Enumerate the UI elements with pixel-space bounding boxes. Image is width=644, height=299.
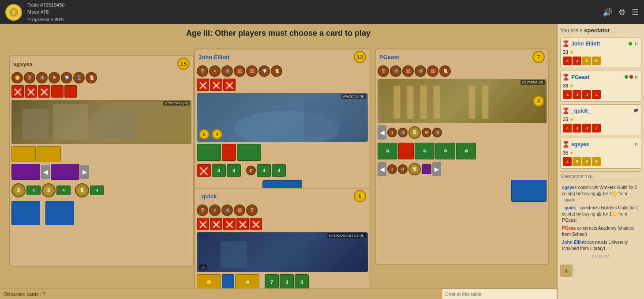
pgeast-action[interactable] bbox=[511, 180, 547, 202]
score-1: 4 bbox=[26, 185, 41, 195]
pgeast-nav-left2[interactable]: ◀ bbox=[378, 162, 386, 176]
sgsyes-mc-2: ⚙ bbox=[573, 157, 581, 166]
chat-input[interactable] bbox=[442, 291, 557, 297]
sgsyes-header: sgsyes 15 bbox=[10, 56, 193, 71]
res-5: 🧱 bbox=[246, 65, 258, 77]
sidebar-player-quick: _quick_ 🏴 35 ★ -1 -1 -1 -1 bbox=[560, 104, 641, 135]
qres-1: 🪵 bbox=[197, 204, 208, 216]
pcard-p-1 bbox=[422, 164, 431, 174]
pgeast-nav-left[interactable]: ◀ bbox=[378, 125, 386, 140]
sgsyes-coins: 15 bbox=[177, 57, 190, 70]
svg-rect-8 bbox=[304, 98, 340, 137]
john-header: John Elliott 12 bbox=[195, 49, 370, 64]
quick-wonder-img: HALIKARNASSOS (B) 50 bbox=[197, 232, 368, 272]
header-info: Table #79519450 Move #78 Progression 80% bbox=[27, 1, 64, 23]
pgeast-mc-1: -1 bbox=[563, 90, 572, 99]
hourglass-icon bbox=[563, 40, 569, 48]
sidebar-player-pgeast: PGeast 🏳 33 ★ -1 -1 -1 -1 bbox=[560, 71, 641, 102]
svg-text:+: + bbox=[564, 267, 569, 276]
pgeast-wonder-name: OLYMPIA (B) bbox=[520, 80, 545, 85]
nav-left[interactable]: ◀ bbox=[41, 165, 50, 179]
menu-icon[interactable]: ☰ bbox=[632, 8, 639, 17]
sgsyes-resources: 🪙 🪵 🪨 ⚙ 💎 🧵 📜 bbox=[10, 71, 193, 84]
john-wonder-img: RHODOS (B) 6 4 bbox=[197, 93, 368, 142]
spectators-row: Spectators: txu bbox=[560, 174, 641, 179]
sgsyes-stage-row: ◀ ▶ bbox=[10, 163, 193, 181]
pgeast-score-badge: 4 bbox=[533, 95, 544, 107]
quick-mc-2: -1 bbox=[573, 124, 581, 132]
res-2: ⚔ bbox=[209, 65, 221, 77]
svg-text:7: 7 bbox=[12, 9, 15, 16]
jcard-3 bbox=[223, 79, 236, 91]
jcard-1 bbox=[197, 79, 209, 91]
stage-coin-1: 6 bbox=[199, 129, 210, 140]
quick-mini-cards: -1 -1 -1 -1 bbox=[563, 124, 639, 132]
qcard-y-1: 🪙 bbox=[197, 274, 221, 290]
settings-icon[interactable]: ⚙ bbox=[618, 8, 625, 17]
john-mc-3: ⚙ bbox=[582, 57, 591, 65]
chat-user-4: John Elliott bbox=[562, 240, 586, 245]
john-online bbox=[629, 42, 632, 45]
chat-user-1: sgsyes bbox=[562, 185, 577, 190]
resource-papyrus: 📜 bbox=[86, 72, 97, 83]
chat-user-3: PGeas bbox=[562, 226, 576, 231]
sgsyes-wonder: EPHESOS (B) bbox=[11, 100, 191, 144]
qcard-2 bbox=[210, 218, 222, 230]
quick-name: _quick_ bbox=[198, 193, 220, 200]
action-1[interactable] bbox=[11, 201, 40, 225]
bottom-bar: Discarded cards : 7 bbox=[0, 288, 442, 299]
qcard-3 bbox=[223, 218, 236, 230]
resource-cloth: 🧵 bbox=[73, 72, 85, 83]
svg-rect-5 bbox=[93, 113, 137, 140]
sgsyes-wonder-name: EPHESOS (B) bbox=[163, 101, 190, 106]
res-3: 🪨 bbox=[221, 65, 233, 77]
pgeast-dot-green bbox=[625, 75, 628, 79]
q-score-3: 3 bbox=[295, 274, 309, 290]
j-res-extra: ⚙ bbox=[246, 166, 256, 175]
sound-icon[interactable]: 🔊 bbox=[603, 8, 612, 17]
res-4: 🧱 bbox=[234, 65, 245, 77]
quick-mc-3: -1 bbox=[582, 124, 591, 132]
resource-glass: 💎 bbox=[61, 72, 72, 83]
spacer bbox=[260, 274, 264, 290]
qcard-1 bbox=[197, 218, 209, 230]
pres-3: 🧱 bbox=[402, 65, 414, 77]
action-2[interactable] bbox=[45, 201, 74, 225]
chat-log: sgsyes constructs Workers Guild for 2 co… bbox=[560, 183, 641, 261]
qcard-4 bbox=[236, 218, 249, 230]
j-score-1: 3 bbox=[212, 164, 226, 177]
svg-rect-10 bbox=[221, 241, 247, 268]
chat-input-area[interactable] bbox=[442, 288, 557, 299]
p-res-1: 🪨 bbox=[398, 128, 408, 137]
sidebar-sgsyes-header: sgsyes 🏳 bbox=[563, 140, 639, 148]
res-6: 💎 bbox=[258, 65, 270, 77]
sidebar-player-john: John Elliott 🏳 33 ★ -1 -1 ⚙ ⚙ bbox=[560, 37, 641, 68]
qres-2: ⚔ bbox=[209, 204, 221, 216]
q-score-1: 7 bbox=[265, 274, 279, 290]
sgsyes-cards-1 bbox=[10, 84, 193, 98]
pres-6: 📜 bbox=[439, 65, 451, 77]
sidebar-john-header: John Elliott 🏳 bbox=[563, 40, 639, 48]
j-score-2: 3 bbox=[227, 164, 241, 177]
j-score-3: 4 bbox=[257, 164, 271, 177]
jcard-r-1 bbox=[222, 144, 236, 161]
sgsyes-tokens: 2 4 3 4 5 4 bbox=[10, 182, 193, 198]
nav-right[interactable]: ▶ bbox=[80, 165, 89, 179]
sgsyes-mc-3: ⚙ bbox=[582, 157, 591, 166]
sidebar-john-name: John Elliott bbox=[571, 41, 600, 47]
progression: Progression 80% bbox=[27, 16, 64, 23]
svg-rect-18 bbox=[482, 86, 489, 119]
header-bar: 7 Table #79519450 Move #78 Progression 8… bbox=[0, 0, 644, 24]
svg-rect-15 bbox=[420, 86, 427, 119]
quick-mc-1: -1 bbox=[563, 124, 572, 132]
pgeast-stage-score: 4 bbox=[533, 95, 544, 107]
sidebar-add-icon[interactable]: + bbox=[560, 265, 573, 277]
q-score-2: 3 bbox=[280, 274, 294, 290]
chat-entry-1: sgsyes constructs Workers Guild for 2 co… bbox=[562, 185, 640, 203]
pgeast-nav-right2[interactable]: ▶ bbox=[432, 162, 441, 176]
hourglass-icon-2 bbox=[563, 73, 569, 81]
move-info: Move #78 bbox=[27, 8, 64, 16]
card-red-5 bbox=[64, 85, 77, 98]
pgeast-action-cards bbox=[376, 179, 548, 203]
pres-2: 🪨 bbox=[390, 65, 401, 77]
